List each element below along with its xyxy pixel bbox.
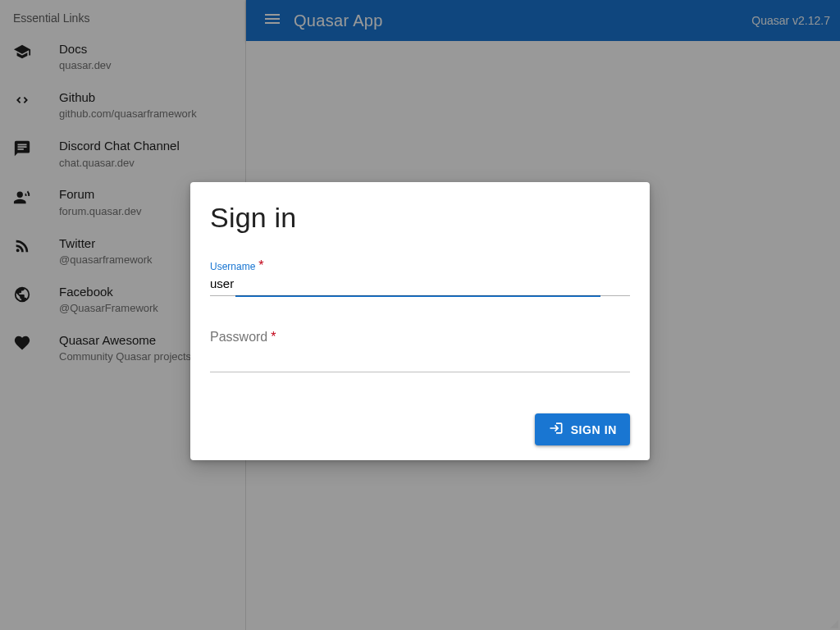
resize-grip[interactable] bbox=[827, 617, 838, 628]
signin-dialog: Sign in Username * Password * SIGN IN bbox=[190, 182, 650, 460]
username-label: Username bbox=[210, 261, 255, 272]
password-label: Password bbox=[210, 330, 267, 345]
login-icon bbox=[548, 420, 564, 439]
username-field: Username * bbox=[210, 258, 630, 297]
password-field: Password * bbox=[210, 330, 630, 372]
dialog-title: Sign in bbox=[210, 202, 630, 234]
username-input[interactable] bbox=[210, 273, 630, 296]
signin-button-label: SIGN IN bbox=[571, 423, 617, 436]
dialog-actions: SIGN IN bbox=[210, 413, 630, 445]
required-asterisk: * bbox=[258, 258, 263, 273]
required-asterisk: * bbox=[271, 330, 276, 345]
password-input[interactable] bbox=[210, 349, 630, 372]
signin-button[interactable]: SIGN IN bbox=[535, 413, 630, 445]
